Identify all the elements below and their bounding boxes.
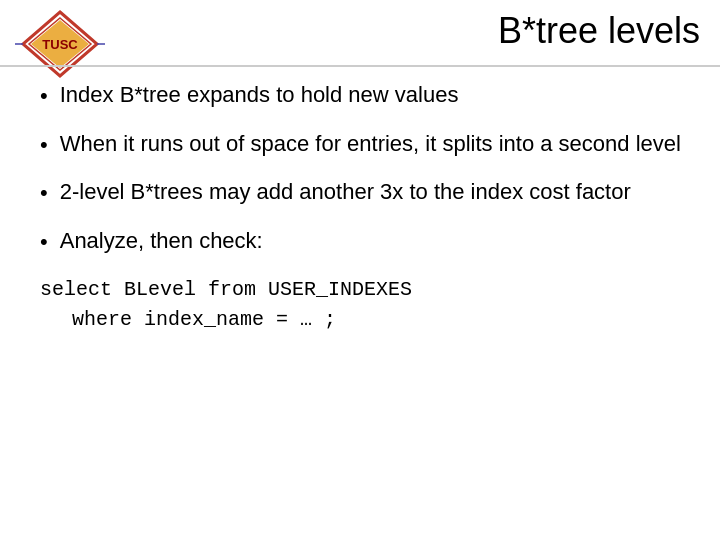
bullet-4-text: Analyze, then check: <box>60 226 700 256</box>
bullet-list: • Index B*tree expands to hold new value… <box>40 80 700 257</box>
bullet-2-text: When it runs out of space for entries, i… <box>60 129 700 159</box>
code-line-1: select BLevel from USER_INDEXES <box>40 275 700 305</box>
bullet-item-3: • 2-level B*trees may add another 3x to … <box>40 177 700 208</box>
slide-title: B*tree levels <box>498 10 700 51</box>
bullet-item-1: • Index B*tree expands to hold new value… <box>40 80 700 111</box>
code-block: select BLevel from USER_INDEXES where in… <box>40 275 700 335</box>
title-rule <box>0 65 720 67</box>
bullet-item-2: • When it runs out of space for entries,… <box>40 129 700 160</box>
slide-header: B*tree levels <box>0 0 720 70</box>
bullet-item-4: • Analyze, then check: <box>40 226 700 257</box>
bullet-1-icon: • <box>40 81 48 111</box>
title-area: B*tree levels <box>498 0 720 52</box>
bullet-4-icon: • <box>40 227 48 257</box>
slide: TUSC B*tree levels • Index B*tree expand… <box>0 0 720 540</box>
bullet-2-icon: • <box>40 130 48 160</box>
bullet-1-text: Index B*tree expands to hold new values <box>60 80 700 110</box>
bullet-3-icon: • <box>40 178 48 208</box>
bullet-3-text: 2-level B*trees may add another 3x to th… <box>60 177 700 207</box>
slide-content: • Index B*tree expands to hold new value… <box>40 80 700 520</box>
code-line-2: where index_name = … ; <box>40 305 700 335</box>
